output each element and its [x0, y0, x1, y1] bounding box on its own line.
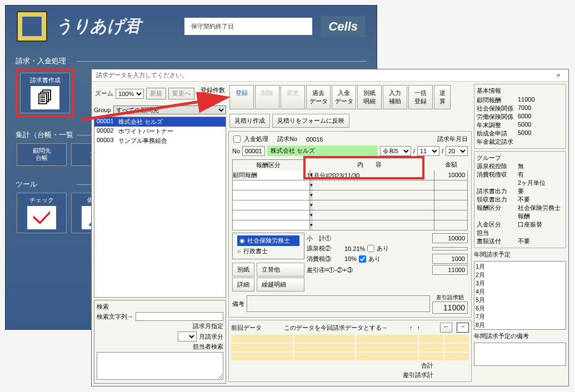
amount-4[interactable] — [434, 200, 468, 210]
dialog-title-text: 請求データを入力してください。 — [96, 71, 188, 79]
content-4[interactable] — [304, 200, 434, 210]
carryover-button[interactable]: 繰越明細 — [257, 278, 304, 292]
document-icon: 🗐 — [31, 86, 59, 109]
profession-radio-group: ◉ 社会保険労務士 ○ 行政書士 — [232, 233, 304, 259]
era-select[interactable]: 令和5 — [380, 146, 411, 156]
tax-checkbox[interactable] — [359, 255, 366, 263]
fee-grid: ▾11月分#2023/11/3010000 ▾ ▾ ▾ ▾ ▾ — [232, 170, 468, 230]
schedule-remark-input[interactable] — [474, 343, 566, 366]
reg-count-label: 登録件数 — [201, 86, 225, 94]
up-arrow-icon[interactable]: ↑ — [409, 324, 413, 331]
cells-brand: Cells — [321, 16, 366, 37]
search-title: 検索 — [97, 303, 223, 311]
bg-header: うりあげ君 保守契約終了日 Cells — [6, 6, 377, 47]
check-icon — [27, 206, 56, 229]
new-button[interactable]: 新規 — [146, 88, 166, 99]
withhold-label: 源泉税② — [307, 244, 342, 253]
search-result-area[interactable] — [97, 352, 223, 380]
remark-input[interactable] — [247, 295, 430, 312]
highlight-content-cell — [303, 156, 424, 179]
col-category: 報酬区分 — [232, 159, 304, 170]
content-6[interactable] — [304, 220, 434, 230]
create-invoice-button[interactable]: 請求書作成 🗐 — [20, 73, 70, 113]
withhold-checkbox[interactable] — [367, 245, 374, 252]
schedule-remark-title: 年間請求予定の備考 — [474, 332, 566, 340]
client-row-selected[interactable]: 00001株式会社 セルズ — [94, 117, 226, 127]
deposit-data-button[interactable]: 入金 データ — [332, 85, 356, 109]
reflect-estimate-button[interactable]: 見積りをフォームに反映 — [272, 114, 349, 128]
col-amount: 金額 — [434, 159, 468, 170]
change-button[interactable]: 変更 — [281, 85, 305, 109]
radio-sr-laborer[interactable]: ◉ 社会保険労務士 — [237, 235, 299, 246]
up-arrow-icon[interactable]: ↑ — [417, 324, 421, 331]
past-data-button[interactable]: 過去 データ — [306, 85, 331, 109]
withhold-value — [432, 247, 468, 250]
zoom-label: ズーム — [95, 89, 113, 98]
content-5[interactable] — [304, 210, 434, 220]
prev-nav-back[interactable]: ← — [440, 323, 452, 333]
reverse-calc-button[interactable]: 逆 算 — [434, 85, 451, 109]
prev-nav-fwd[interactable]: → — [457, 323, 469, 333]
client-list[interactable]: 00001株式会社 セルズ 00002ホワイトパートナー 00003サンプル事務… — [94, 117, 226, 298]
prev-total-label: 合計 — [421, 361, 433, 370]
client-ledger-button[interactable]: 顧問先 台帳 — [17, 143, 67, 165]
register-button[interactable]: 登録 — [229, 85, 254, 109]
input-assist-button[interactable]: 入力 補助 — [383, 85, 407, 109]
tax-label: 消費税③ — [307, 255, 342, 263]
no-label: No — [232, 148, 240, 154]
close-icon[interactable]: × — [553, 71, 564, 79]
cat-input-5[interactable] — [233, 210, 309, 220]
amount-6[interactable] — [434, 220, 468, 230]
client-row[interactable]: 00003サンプル事務組合 — [94, 136, 226, 145]
amount-1[interactable]: 10000 — [434, 170, 468, 180]
withhold-rate: 10.21% — [344, 245, 365, 252]
group-select[interactable]: すべての顧問先 — [113, 105, 226, 114]
month-select[interactable]: 11 — [417, 146, 439, 156]
detail-slip-button[interactable]: 別紙 明細 — [357, 85, 382, 109]
net-bill-label: 差引請求額 — [432, 294, 468, 301]
cat-input-3[interactable] — [233, 190, 309, 200]
zoom-select[interactable]: 100% — [116, 89, 144, 99]
client-row[interactable]: 00002ホワイトパートナー — [94, 127, 226, 136]
net-value: 11000 — [432, 265, 468, 275]
check-button[interactable]: チェック — [17, 193, 67, 233]
cat-input-1[interactable] — [233, 170, 309, 180]
net-label: 差引④=①-②+③ — [307, 266, 362, 274]
detail-button[interactable]: 詳細 — [232, 278, 254, 292]
contract-end-label: 保守契約終了日 — [191, 22, 234, 31]
contract-end-field: 保守契約終了日 — [184, 18, 312, 35]
cat-input-2[interactable] — [233, 180, 309, 190]
slip-button[interactable]: 別紙 — [232, 263, 254, 277]
cat-input-4[interactable] — [233, 200, 309, 210]
content-2[interactable] — [304, 180, 434, 190]
radio-admin-scrivener[interactable]: ○ 行政書士 — [237, 246, 299, 257]
billing-dialog: 請求データを入力してください。 × ズーム 100% 新規 変更へ 登録件数15… — [91, 69, 569, 386]
substitute-button[interactable]: 立替他 — [257, 263, 304, 277]
search-panel: 検索 検索文字列→ 請求月指定 月請求分 担当者検索 — [94, 300, 226, 384]
toolbar: 登録 削除 変更 過去 データ 入金 データ 別紙 明細 入力 補助 一括 登録… — [228, 84, 472, 110]
schedule-title: 年間請求予定 — [474, 250, 566, 259]
month-spec-select[interactable] — [178, 331, 197, 341]
delete-button[interactable]: 削除 — [255, 85, 279, 109]
dialog-titlebar: 請求データを入力してください。 × — [92, 69, 568, 82]
month-schedule-list[interactable]: 1月2月3月4月5月6月7月8月9月10月11月12月 — [474, 261, 566, 330]
deposit-checkbox[interactable] — [233, 135, 241, 143]
amount-3[interactable] — [434, 190, 468, 200]
basic-info-title: 基本情報 — [477, 87, 563, 95]
cat-input-6[interactable] — [233, 220, 309, 230]
estimate-button[interactable]: 見積り作成 — [229, 114, 270, 128]
amount-2[interactable] — [434, 180, 468, 190]
prev-net-label: 差引請求計 — [403, 371, 433, 379]
keyword-input[interactable] — [136, 312, 223, 321]
bill-no-value: 00016 — [306, 136, 323, 143]
change-to-button[interactable]: 変更へ — [168, 88, 194, 99]
settings-info-box: グループ 源泉税控除無 消費税徴収有 2ヶ月単位 請求書出力要 領収書出力不要 … — [474, 151, 566, 248]
create-invoice-label: 請求書作成 — [30, 77, 61, 84]
subtotal-label: 小 計① — [307, 234, 342, 243]
amount-5[interactable] — [434, 210, 468, 220]
day-select[interactable]: 20 — [446, 146, 468, 156]
app-title: うりあげ君 — [56, 15, 141, 38]
check-label: チェック — [29, 197, 54, 204]
content-3[interactable] — [304, 190, 434, 200]
batch-register-button[interactable]: 一括 登録 — [408, 85, 433, 109]
